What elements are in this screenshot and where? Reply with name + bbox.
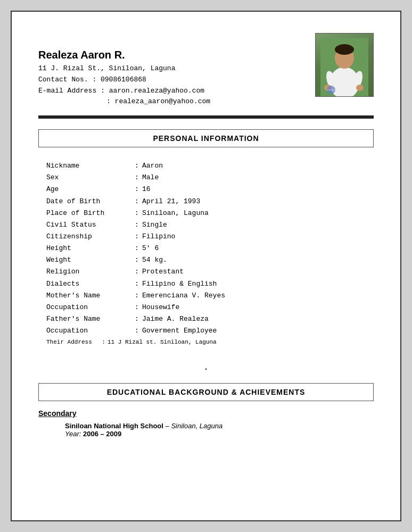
contact-line: Contact Nos. : 09086106868 <box>38 74 315 86</box>
label-pob: Place of Birth <box>46 208 131 219</box>
full-name: Realeza Aaron R. <box>38 49 315 61</box>
colon-weight: : <box>131 255 142 265</box>
label-dialects: Dialects <box>46 279 131 289</box>
year-label: Year: <box>65 430 81 438</box>
email-line1: E-mail Address : aaron.realeza@yahoo.com <box>38 86 315 97</box>
value-height: 5' 6 <box>142 243 366 254</box>
colon-sex: : <box>131 172 142 183</box>
label-civil: Civil Status <box>46 220 131 230</box>
info-row-dialects: Dialects : Filipino & English <box>46 279 366 289</box>
value-age: 16 <box>142 184 366 195</box>
value-mothers-occupation: Housewife <box>142 302 366 313</box>
info-row-mothers-name: Mother's Name : Emerenciana V. Reyes <box>46 290 366 301</box>
label-nickname: Nickname <box>46 161 131 171</box>
info-row-religion: Religion : Protestant <box>46 267 366 277</box>
person-svg <box>320 38 368 96</box>
colon-mothers-occupation: : <box>131 302 142 313</box>
value-religion: Protestant <box>142 267 366 277</box>
address-line: 11 J. Rizal St., Siniloan, Laguna <box>38 63 315 74</box>
label-sex: Sex <box>46 172 131 183</box>
email-line2: : realeza_aaron@yahoo.com <box>38 96 315 107</box>
personal-info-section: PERSONAL INFORMATION <box>38 129 374 147</box>
label-their-address: Their Address <box>46 338 100 346</box>
colon-dialects: : <box>131 279 142 289</box>
label-age: Age <box>46 184 131 195</box>
info-row-weight: Weight : 54 kg. <box>46 255 366 265</box>
label-dob: Date of Birth <box>46 196 131 207</box>
label-citizenship: Citizenship <box>46 231 131 242</box>
colon-age: : <box>131 184 142 195</box>
label-fathers-name: Father's Name <box>46 314 131 325</box>
value-pob: Siniloan, Laguna <box>142 208 366 219</box>
value-fathers-name: Jaime A. Realeza <box>142 314 366 325</box>
info-row-fathers-name: Father's Name : Jaime A. Realeza <box>46 314 366 325</box>
personal-info-title: PERSONAL INFORMATION <box>39 130 373 147</box>
year-value: 2006 – 2009 <box>83 430 121 438</box>
value-sex: Male <box>142 172 366 183</box>
label-height: Height <box>46 243 131 254</box>
school-year-line: Year: 2006 – 2009 <box>65 430 374 438</box>
label-weight: Weight <box>46 255 131 265</box>
svg-point-7 <box>356 85 364 91</box>
header-divider <box>38 115 374 119</box>
photo-placeholder <box>316 34 373 96</box>
edu-title-box: EDUCATIONAL BACKGROUND & ACHIEVEMENTS <box>38 383 374 401</box>
value-nickname: Aaron <box>142 161 366 171</box>
colon-pob: : <box>131 208 142 219</box>
svg-point-3 <box>335 44 354 55</box>
label-mothers-name: Mother's Name <box>46 290 131 301</box>
value-their-address: 11 J Rizal st. Siniloan, Laguna <box>108 338 366 346</box>
info-row-sex: Sex : Male <box>46 172 366 183</box>
label-mothers-occupation: Occupation <box>46 302 131 313</box>
education-section: EDUCATIONAL BACKGROUND & ACHIEVEMENTS Se… <box>38 383 374 438</box>
email-label: E-mail Address <box>38 87 96 95</box>
resume-page: Realeza Aaron R. 11 J. Rizal St., Sinilo… <box>11 11 401 521</box>
value-weight: 54 kg. <box>142 255 366 265</box>
info-row-civil: Civil Status : Single <box>46 220 366 230</box>
personal-info-table: Nickname : Aaron Sex : Male Age : 16 Dat… <box>38 155 374 355</box>
header-section: Realeza Aaron R. 11 J. Rizal St., Sinilo… <box>38 33 374 107</box>
value-mothers-name: Emerenciana V. Reyes <box>142 290 366 301</box>
school-entry: Siniloan National High School – Siniloan… <box>38 422 374 438</box>
colon-their-address: : <box>100 338 108 346</box>
value-dialects: Filipino & English <box>142 279 366 289</box>
photo-box <box>315 33 374 97</box>
label-religion: Religion <box>46 267 131 277</box>
colon-height: : <box>131 243 142 254</box>
value-dob: April 21, 1993 <box>142 196 366 207</box>
colon-mothers-name: : <box>131 290 142 301</box>
info-row-dob: Date of Birth : April 21, 1993 <box>46 196 366 207</box>
value-fathers-occupation: Goverment Employee <box>142 326 366 336</box>
school-location: Siniloan, Laguna <box>171 422 223 430</box>
dash: – <box>163 422 171 430</box>
secondary-label: Secondary <box>38 409 374 418</box>
dot-separator: . <box>38 363 374 372</box>
colon-fathers-name: : <box>131 314 142 325</box>
info-row-mothers-occupation: Occupation : Housewife <box>46 302 366 313</box>
school-name-line: Siniloan National High School – Siniloan… <box>65 422 374 430</box>
info-row-height: Height : 5' 6 <box>46 243 366 254</box>
edu-title: EDUCATIONAL BACKGROUND & ACHIEVEMENTS <box>39 384 373 401</box>
info-row-pob: Place of Birth : Siniloan, Laguna <box>46 208 366 219</box>
name-address-block: Realeza Aaron R. 11 J. Rizal St., Sinilo… <box>38 33 315 107</box>
value-civil: Single <box>142 220 366 230</box>
colon-nickname: : <box>131 161 142 171</box>
school-name: Siniloan National High School <box>65 422 163 430</box>
colon-citizenship: : <box>131 231 142 242</box>
info-row-their-address: Their Address : 11 J Rizal st. Siniloan,… <box>46 338 366 346</box>
email-value2: : realeza_aaron@yahoo.com <box>106 97 210 105</box>
label-fathers-occupation: Occupation <box>46 326 131 336</box>
info-row-age: Age : 16 <box>46 184 366 195</box>
colon-civil: : <box>131 220 142 230</box>
colon-fathers-occupation: : <box>131 326 142 336</box>
info-row-nickname: Nickname : Aaron <box>46 161 366 171</box>
colon-dob: : <box>131 196 142 207</box>
info-row-fathers-occupation: Occupation : Goverment Employee <box>46 326 366 336</box>
value-citizenship: Filipino <box>142 231 366 242</box>
colon-religion: : <box>131 267 142 277</box>
email-value1: : aaron.realeza@yahoo.com <box>101 87 204 95</box>
info-row-citizenship: Citizenship : Filipino <box>46 231 366 242</box>
